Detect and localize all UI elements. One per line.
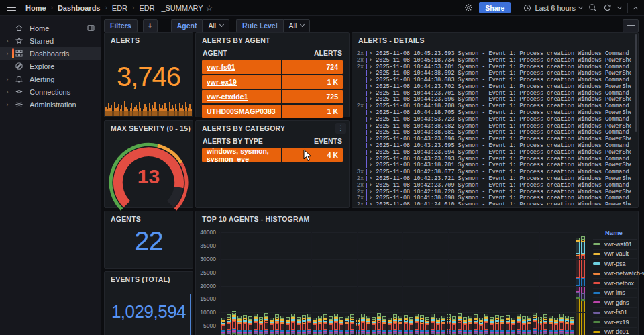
column-events[interactable]: EVENTS	[314, 137, 342, 145]
sidebar-item-explore[interactable]: Explore	[0, 60, 101, 73]
histogram-bar[interactable]	[447, 314, 451, 335]
log-row[interactable]: › 2025-11-08 10:43:23.695 Sysmon - Event…	[355, 142, 631, 149]
chevron-right-icon[interactable]: ›	[4, 76, 11, 83]
log-row[interactable]: › 2025-11-08 10:44:23.702 Sysmon - Event…	[355, 83, 631, 90]
panel-title[interactable]: EVENTS (TOTAL)	[105, 272, 193, 285]
histogram-bar[interactable]	[291, 314, 295, 335]
column-type[interactable]: ALERTS BY TYPE	[203, 137, 263, 145]
chevron-right-icon[interactable]: ›	[4, 38, 11, 44]
menu-icon[interactable]	[7, 5, 16, 11]
legend-item[interactable]: vwr-psa	[593, 259, 637, 269]
histogram-bar[interactable]	[415, 314, 419, 335]
time-range-picker[interactable]: Last 6 hours	[523, 4, 582, 12]
panel-title[interactable]: ALERTS BY AGENT	[196, 33, 349, 46]
legend-item[interactable]: vwr-dc01	[593, 328, 637, 335]
log-row[interactable]: › 2025-11-08 10:43:38.682 Sysmon - Event…	[355, 123, 631, 130]
histogram-bar[interactable]	[254, 314, 258, 335]
sidebar-item-home[interactable]: Home	[0, 21, 101, 34]
zoom-out-icon[interactable]	[588, 3, 597, 12]
collapse-header-chevron-icon[interactable]	[633, 6, 638, 11]
panel-title[interactable]: ALERTS	[105, 33, 193, 46]
histogram-bar[interactable]	[458, 313, 462, 335]
agent-link[interactable]: vwr-ctxddc1	[207, 93, 248, 101]
sidebar-item-starred[interactable]: ›Starred	[0, 34, 101, 47]
log-row[interactable]: › 2025-11-08 10:43:23.693 Sysmon - Event…	[355, 156, 631, 162]
breadcrumb-item[interactable]: EDR - _SUMMARY	[139, 4, 203, 12]
log-row[interactable]: 2x› 2025-11-08 10:45:18.734 Sysmon - Eve…	[355, 57, 631, 64]
panel-title[interactable]: ALERTS BY CATEGORY	[196, 121, 349, 134]
dock-sidebar-icon[interactable]	[87, 23, 95, 32]
refresh-icon[interactable]	[603, 3, 612, 12]
log-row[interactable]: › 2025-11-08 10:44:23.701 Sysmon - Event…	[355, 90, 631, 97]
log-row[interactable]: › 2025-11-08 10:44:18.705 Sysmon - Event…	[355, 109, 631, 116]
histogram-bar[interactable]	[393, 314, 397, 335]
log-row[interactable]: › 2025-11-08 10:43:18.701 Sysmon - Event…	[355, 162, 631, 169]
legend-item[interactable]: vwr-netbox	[593, 279, 637, 289]
sidebar-item-administration[interactable]: ›Administration	[0, 98, 101, 111]
histogram-bar[interactable]	[474, 314, 478, 335]
legend-item[interactable]: vwr-fs01	[593, 308, 637, 318]
histogram-bar[interactable]	[431, 314, 435, 335]
log-row[interactable]: › 2025-11-08 10:43:23.696 Sysmon - Event…	[355, 136, 631, 142]
legend-item[interactable]: vwr-waf01	[593, 240, 637, 250]
log-row[interactable]: 2x› 2025-11-08 10:44:18.708 Sysmon - Eve…	[355, 103, 631, 109]
scrollbar[interactable]	[635, 34, 637, 132]
legend-item[interactable]: vwr-netwatch-waf01	[593, 269, 637, 279]
agent-link[interactable]: UTHD00SMAGP0383	[207, 107, 276, 115]
legend-header[interactable]: Name	[593, 228, 637, 240]
sidebar-item-alerting[interactable]: ›Alerting	[0, 73, 101, 85]
log-row[interactable]: › 2025-11-08 10:44:38.692 Sysmon - Event…	[355, 70, 631, 77]
log-row[interactable]: › 2025-11-08 10:43:38.681 Sysmon - Event…	[355, 130, 631, 136]
histogram-bar[interactable]	[377, 313, 381, 335]
dashboard-settings-gear-icon[interactable]	[464, 3, 473, 12]
histogram-bar[interactable]	[543, 314, 547, 335]
breadcrumb-item[interactable]: Dashboards	[58, 4, 101, 12]
histogram-bar[interactable]	[361, 314, 365, 335]
log-row[interactable]: 3x› 2025-11-08 10:42:38.677 Sysmon - Eve…	[355, 169, 631, 175]
chevron-right-icon[interactable]: ›	[4, 89, 11, 95]
log-row[interactable]: › 2025-11-08 10:44:23.696 Sysmon - Event…	[355, 97, 631, 103]
histogram-bar[interactable]	[506, 315, 510, 335]
log-row[interactable]: 2x› 2025-11-08 10:44:53.701 Sysmon - Eve…	[355, 64, 631, 70]
favorite-star-icon[interactable]: ☆	[206, 3, 213, 13]
sidebar-item-dashboards[interactable]: ›Dashboards	[0, 47, 101, 60]
histogram-bar[interactable]	[323, 314, 327, 335]
log-row[interactable]: 2x› 2025-11-08 10:42:18.720 Sysmon - Eve…	[355, 189, 631, 195]
histogram-bar[interactable]	[484, 314, 488, 335]
dashboard-menu-button[interactable]	[623, 19, 639, 32]
histogram-bar[interactable]	[275, 314, 279, 335]
legend-item[interactable]: vwr-lms	[593, 289, 637, 299]
histogram-bar[interactable]	[533, 312, 537, 335]
sidebar-item-connections[interactable]: ›Connections	[0, 85, 101, 98]
breadcrumb-item[interactable]: Home	[25, 4, 46, 12]
variable-value-dropdown[interactable]: All	[283, 19, 311, 32]
log-row[interactable]: 2x› 2025-11-08 10:41:24.010 Sysmon - Eve…	[355, 201, 631, 205]
add-filter-button[interactable]: +	[143, 19, 158, 32]
histogram-bar[interactable]	[350, 314, 354, 335]
histogram-bar[interactable]	[334, 314, 338, 335]
histogram-bar[interactable]	[243, 315, 247, 335]
column-alerts[interactable]: ALERTS	[314, 49, 342, 57]
log-row[interactable]: 2x› 2025-11-08 10:42:23.709 Sysmon - Eve…	[355, 182, 631, 189]
share-button[interactable]: Share	[479, 2, 511, 13]
legend-item[interactable]: vwr-vault	[593, 250, 637, 260]
refresh-interval-chevron-icon[interactable]	[617, 4, 622, 9]
legend-item[interactable]: vwr-ex19	[593, 318, 637, 328]
agent-link[interactable]: vwr-ex19	[207, 78, 237, 86]
column-agent[interactable]: AGENT	[203, 49, 227, 57]
log-row[interactable]: › 2025-11-08 10:43:23.694 Sysmon - Event…	[355, 149, 631, 156]
adhoc-filters-label[interactable]: Filters	[104, 19, 138, 32]
variable-label[interactable]: Agent	[171, 19, 203, 32]
histogram-bar[interactable]	[517, 314, 521, 335]
variable-label[interactable]: Rule Level	[236, 19, 283, 32]
histogram-bar[interactable]	[227, 314, 231, 335]
legend-item[interactable]: vwr-gdns	[593, 298, 637, 308]
histogram-bar[interactable]	[264, 313, 268, 335]
chevron-right-icon[interactable]: ›	[4, 101, 11, 108]
panel-title[interactable]: AGENTS	[105, 211, 193, 225]
agent-link[interactable]: vwr-fs01	[207, 63, 235, 71]
panel-kebab-menu-icon[interactable]: ⋮	[335, 123, 346, 134]
histogram-bar[interactable]	[559, 314, 564, 335]
panel-title[interactable]: MAX SEVERITY (0 - 15)	[105, 121, 193, 134]
variable-value-dropdown[interactable]: All	[202, 19, 229, 32]
